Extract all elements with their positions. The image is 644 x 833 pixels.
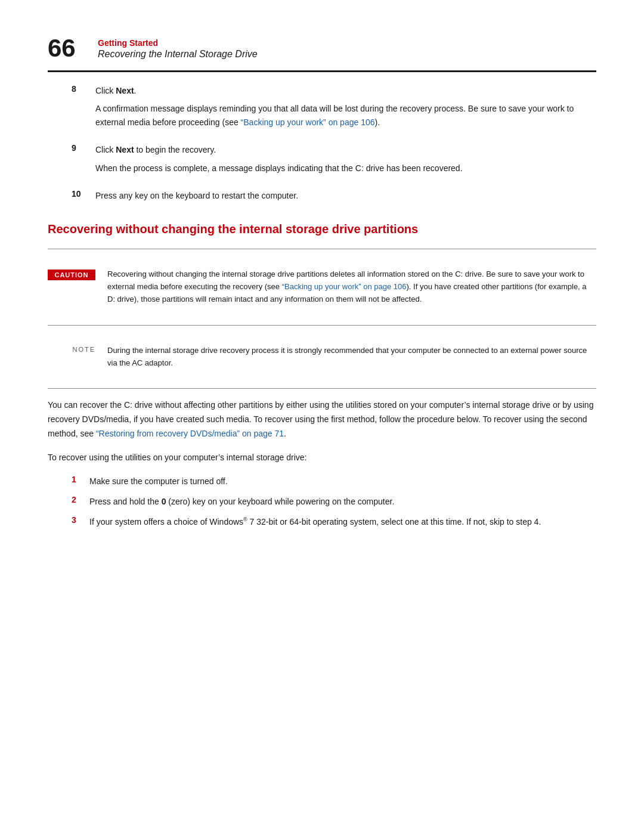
recovery-step-2-text: Press and hold the 0 (zero) key on your … [89, 495, 394, 508]
recovery-step-1-text: Make sure the computer is turned off. [89, 475, 228, 488]
step-10-number: 10 [72, 189, 95, 207]
step-9-detail: When the process is complete, a message … [95, 162, 596, 175]
restoring-link[interactable]: “Restoring from recovery DVDs/media” on … [96, 429, 284, 438]
recovery-steps-list: 1 Make sure the computer is turned off. … [48, 475, 596, 529]
caution-text: Recovering without changing the internal… [107, 268, 596, 305]
recovery-step-3: 3 If your system offers a choice of Wind… [72, 515, 596, 528]
header-text-block: Getting Started Recovering the Internal … [98, 36, 258, 60]
step-10-content: Press any key on the keyboard to restart… [95, 189, 596, 207]
step-10: 10 Press any key on the keyboard to rest… [48, 189, 596, 207]
caution-label: CAUTION [48, 270, 95, 280]
step-8-instruction: Click Next. [95, 84, 596, 97]
recovery-step-1: 1 Make sure the computer is turned off. [72, 475, 596, 488]
step-8-content: Click Next. A confirmation message displ… [95, 84, 596, 134]
section-heading: Recovering without changing the internal… [48, 221, 596, 237]
body-paragraph-2: To recover using the utilities on your c… [48, 451, 596, 465]
header-divider [48, 70, 596, 72]
note-text: During the internal storage drive recove… [107, 345, 596, 370]
backing-up-link[interactable]: “Backing up your work” on page 106 [241, 117, 375, 127]
step-9-content: Click Next to begin the recovery. When t… [95, 143, 596, 179]
step-8: 8 Click Next. A confirmation message dis… [48, 84, 596, 134]
recovery-step-3-text: If your system offers a choice of Window… [89, 515, 541, 528]
step-9-number: 9 [72, 143, 95, 179]
recovery-step-2: 2 Press and hold the 0 (zero) key on you… [72, 495, 596, 508]
recovery-step-1-number: 1 [72, 475, 89, 488]
step-10-instruction: Press any key on the keyboard to restart… [95, 189, 596, 202]
caution-backing-up-link[interactable]: “Backing up your work” on page 106 [282, 282, 407, 291]
recovery-step-2-number: 2 [72, 495, 89, 508]
step-9: 9 Click Next to begin the recovery. When… [48, 143, 596, 179]
page-subtitle: Recovering the Internal Storage Drive [98, 49, 258, 60]
caution-top-divider [48, 249, 596, 249]
note-box: NOTE During the internal storage drive r… [48, 335, 596, 379]
page-number: 66 [48, 36, 83, 61]
step-8-number: 8 [72, 84, 95, 134]
page-header: 66 Getting Started Recovering the Intern… [48, 36, 596, 61]
note-label: NOTE [48, 345, 95, 353]
recovery-step-3-number: 3 [72, 515, 89, 528]
section-label: Getting Started [98, 38, 258, 48]
step-9-instruction: Click Next to begin the recovery. [95, 143, 596, 156]
body-paragraph-1: You can recover the C: drive without aff… [48, 398, 596, 441]
step-8-detail: A confirmation message displays remindin… [95, 102, 596, 129]
caution-box: CAUTION Recovering without changing the … [48, 259, 596, 315]
caution-bottom-divider [48, 325, 596, 326]
note-bottom-divider [48, 388, 596, 389]
